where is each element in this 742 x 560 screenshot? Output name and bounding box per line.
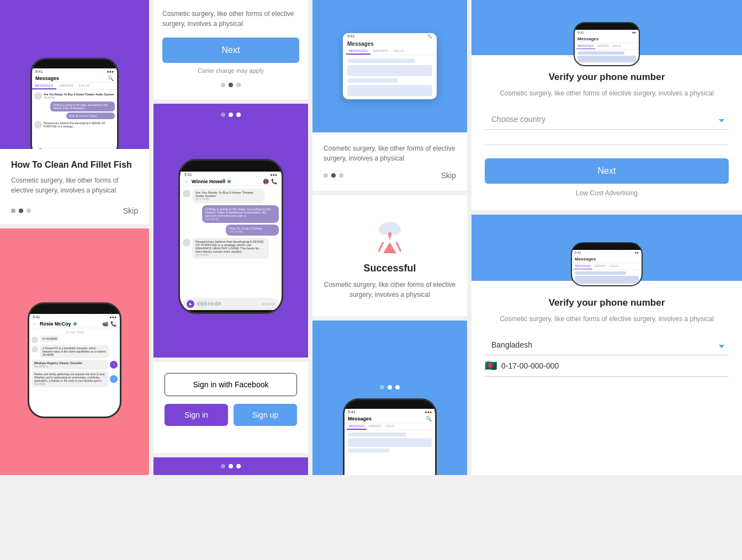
col2-purple-card: 9:41●●● ← Winnie Howell 📵 📞 [153, 104, 308, 358]
phone-col4-mid: 9:41●● Messages MESSAGES GROUPS CALLS [571, 242, 643, 286]
col1-dots-row: Skip [0, 201, 149, 224]
col4-verify-bottom: Verify your phone number Cosmetic surger… [471, 281, 742, 475]
col3-blue-card: 9:41🔍 Messages MESSAGES GROUPS CALLS [312, 0, 467, 132]
flag-icon: 🇧🇩 [485, 360, 497, 372]
dot-2 [19, 209, 23, 213]
verify-title-top: Verify your phone number [549, 72, 665, 83]
col3-blue-bottom: 9:41●●● Messages 🔍 MESSAGES GROUPS CALLS [312, 321, 467, 475]
svg-point-1 [379, 224, 390, 235]
success-title: Successful [363, 263, 416, 274]
country-select[interactable]: Choose country Bangladesh United States … [485, 109, 729, 130]
phone-mockup-purple-large: 9:41●●● ← Winnie Howell 📵 📞 [178, 159, 283, 314]
success-body: Cosmetic surgery, like other forms of el… [324, 280, 456, 300]
col3-body: Cosmetic surgery, like other forms of el… [324, 143, 456, 163]
svg-point-2 [390, 224, 401, 235]
column-1: 9:41●●● Messages 🔍 MESSAGES GROUPS CALLS [0, 0, 149, 475]
column-3: 9:41🔍 Messages MESSAGES GROUPS CALLS [312, 0, 467, 475]
low-cost-text: Low Cost Advertising [576, 189, 638, 197]
messages-preview: 9:41🔍 Messages MESSAGES GROUPS CALLS [343, 33, 437, 99]
phone-number-input[interactable] [501, 361, 729, 370]
success-illustration [368, 212, 412, 256]
col1-skip-button[interactable]: Skip [123, 206, 138, 215]
verify-body-top: Cosmetic surgery, like other forms of el… [500, 88, 714, 98]
signin-button[interactable]: Sign in [165, 404, 228, 426]
col4-verify-top: Verify your phone number Cosmetic surger… [471, 55, 742, 210]
col4-next-button-top[interactable]: Next [485, 158, 729, 184]
phone-mockup-col3-bottom: 9:41●●● Messages 🔍 MESSAGES GROUPS CALLS [343, 398, 437, 475]
phone-col4-top: 9:41●● Messages MESSAGES GROUPS CALLS [574, 22, 640, 66]
col2-top-body: Cosmetic surgery, like other forms of el… [162, 9, 299, 29]
col4-blue-top: 9:41●● Messages MESSAGES GROUPS CALLS [471, 0, 742, 55]
carrier-charge-text: Carier charge may apply [162, 67, 299, 74]
col1-dots [11, 209, 31, 213]
svg-line-4 [379, 242, 383, 252]
phone-mockup-pink: 9:41●●● ← Rosie McCoy 📹 📞 [28, 302, 121, 418]
col2-top-card: Cosmetic surgery, like other forms of el… [153, 0, 308, 99]
svg-line-5 [396, 242, 401, 252]
col1-text-card: How To Clean And Fillet Fish Cosmetic su… [0, 149, 149, 201]
dot-1 [11, 209, 15, 213]
col1-body: Cosmetic surgery, like other forms of el… [11, 175, 138, 195]
facebook-signin-button[interactable]: Sign in with Facebook [165, 373, 297, 396]
col3-text-card: Cosmetic surgery, like other forms of el… [312, 132, 467, 191]
col1-purple-card: 9:41●●● Messages 🔍 MESSAGES GROUPS CALLS [0, 0, 149, 149]
col2-next-button-top[interactable]: Next [162, 38, 299, 63]
verify-body-bottom: Cosmetic surgery, like other forms of el… [500, 314, 714, 324]
col3-skip-button[interactable]: Skip [441, 171, 456, 180]
main-layout: 9:41●●● Messages 🔍 MESSAGES GROUPS CALLS [0, 0, 742, 475]
phone-mockup-col1: 9:41●●● Messages 🔍 MESSAGES GROUPS CALLS [30, 58, 119, 149]
col1-pink-card: 9:41●●● ← Rosie McCoy 📹 📞 [0, 228, 149, 475]
verify-title-bottom: Verify your phone number [549, 297, 665, 308]
column-4: 9:41●● Messages MESSAGES GROUPS CALLS [471, 0, 742, 475]
phone-input-row: 🇧🇩 [485, 360, 729, 377]
col2-signin-card: Sign in with Facebook Sign in Sign up [153, 362, 308, 453]
signup-button[interactable]: Sign up [234, 404, 297, 426]
col2-bottom-dots [153, 457, 308, 475]
col3-success-card: Successful Cosmetic surgery, like other … [312, 195, 467, 316]
svg-marker-3 [383, 242, 396, 253]
col4-blue-mid: 9:41●● Messages MESSAGES GROUPS CALLS [471, 215, 742, 281]
column-2: Cosmetic surgery, like other forms of el… [153, 0, 308, 475]
dot-3 [26, 209, 31, 213]
contact-name: Rosie McCoy [40, 321, 71, 327]
col1-heading: How To Clean And Fillet Fish [11, 160, 138, 170]
svg-point-7 [388, 232, 391, 236]
country-select-bottom[interactable]: Bangladesh United States [485, 335, 729, 355]
